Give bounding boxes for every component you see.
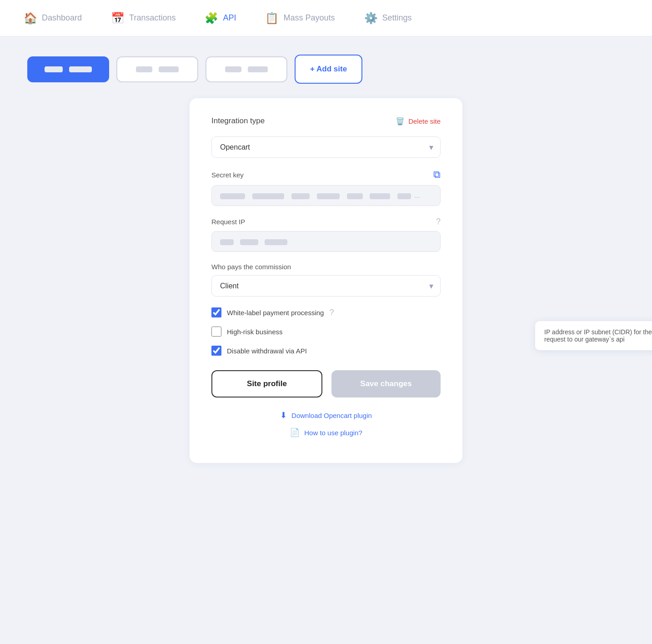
download-opencart-link[interactable]: ⬇ Download Opencart plugin [211,410,441,420]
white-label-label: White-label payment processing [227,309,324,317]
form-header: Integration type 🗑️ Delete site [211,116,441,126]
disable-withdrawal-checkbox[interactable] [211,346,221,356]
download-label: Download Opencart plugin [291,412,372,419]
page-body: + Add site Integration type 🗑️ Delete si… [0,36,652,481]
add-site-button[interactable]: + Add site [295,55,362,84]
buttons-row: Site profile Save changes [211,370,441,397]
nav-transactions-label: Transactions [129,13,176,23]
sk-blob4 [317,193,340,199]
ip-blob1 [220,239,234,245]
tooltip-text: IP address or IP subnet (CIDR) for the r… [544,328,652,343]
commission-label: Who pays the commission [211,263,291,271]
delete-site-label: Delete site [408,117,441,125]
sk-blob1 [220,193,245,199]
disable-withdrawal-row: Disable withdrawal via API [211,346,441,356]
request-ip-label-row: Request IP ? [211,217,441,226]
secret-key-label-row: Secret key ⧉ [211,169,441,181]
white-label-checkbox[interactable] [211,307,221,317]
request-ip-help-icon[interactable]: ? [436,217,441,226]
sk-blob5 [347,193,363,199]
home-icon: 🏠 [24,12,37,25]
integration-type-select[interactable]: Opencart [211,136,441,158]
tab3-blob1 [225,66,241,72]
transactions-icon: 📅 [111,12,125,25]
nav-api[interactable]: 🧩 API [199,8,241,28]
commission-label-row: Who pays the commission [211,263,441,271]
site-tabs: + Add site [27,55,625,84]
site-tab-2[interactable] [116,56,198,82]
disable-withdrawal-label: Disable withdrawal via API [227,347,307,355]
api-icon: 🧩 [205,12,218,25]
request-ip-field[interactable] [211,231,441,252]
tab1-blob2 [69,66,92,72]
high-risk-label: High-risk business [227,328,283,336]
request-ip-label: Request IP [211,218,245,226]
delete-site-button[interactable]: 🗑️ Delete site [396,117,441,126]
sk-blob2 [252,193,284,199]
request-ip-tooltip: IP address or IP subnet (CIDR) for the r… [535,321,652,350]
white-label-help-icon[interactable]: ? [329,308,334,317]
settings-icon: ⚙️ [364,12,378,25]
high-risk-checkbox[interactable] [211,327,221,337]
nav-settings[interactable]: ⚙️ Settings [359,8,417,28]
nav-mass-payouts[interactable]: 📋 Mass Payouts [260,8,340,28]
sk-blob7 [397,193,411,199]
sk-blob8 [418,193,441,199]
sk-blob3 [291,193,310,199]
how-to-label: How to use plugin? [304,429,362,437]
trash-icon: 🗑️ [396,117,405,126]
nav-dashboard-label: Dashboard [42,13,82,23]
mass-payouts-icon: 📋 [265,12,279,25]
how-to-use-link[interactable]: 📄 How to use plugin? [211,428,441,438]
nav-settings-label: Settings [382,13,412,23]
ip-blob3 [265,239,287,245]
navbar: 🏠 Dashboard 📅 Transactions 🧩 API 📋 Mass … [0,0,652,36]
commission-select[interactable]: Client [211,275,441,297]
integration-type-wrapper: Opencart ▾ [211,136,441,158]
ip-blob2 [240,239,258,245]
document-icon: 📄 [290,428,300,438]
integration-type-label: Integration type [211,116,265,126]
secret-key-label: Secret key [211,171,244,179]
form-card: Integration type 🗑️ Delete site Opencart… [190,98,462,463]
nav-api-label: API [223,13,236,23]
white-label-row: White-label payment processing ? [211,307,441,317]
nav-transactions[interactable]: 📅 Transactions [105,8,181,28]
tab2-blob2 [159,66,179,72]
sk-blob6 [370,193,390,199]
secret-key-field [211,185,441,206]
site-tab-1[interactable] [27,56,109,82]
tab1-blob1 [45,66,63,72]
download-icon: ⬇ [280,410,287,420]
site-profile-button[interactable]: Site profile [211,370,322,397]
save-changes-button[interactable]: Save changes [331,370,441,397]
nav-mass-payouts-label: Mass Payouts [283,13,335,23]
tab3-blob2 [248,66,268,72]
copy-icon[interactable]: ⧉ [433,169,441,181]
nav-dashboard[interactable]: 🏠 Dashboard [18,8,87,28]
tab2-blob1 [136,66,152,72]
high-risk-row: High-risk business [211,327,441,337]
site-tab-3[interactable] [206,56,287,82]
commission-wrapper: Client ▾ [211,275,441,297]
